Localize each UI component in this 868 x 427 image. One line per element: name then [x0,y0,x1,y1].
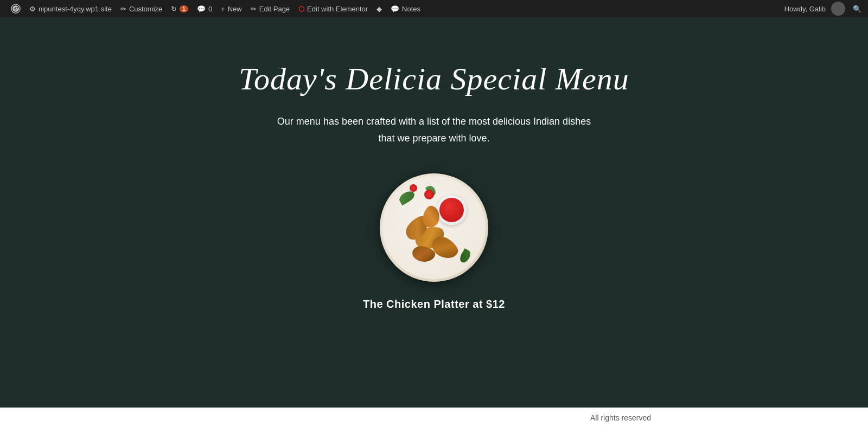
new-label: New [228,5,242,13]
customize-label: Customize [129,5,162,13]
customize-icon: ✏ [120,5,126,13]
plate-inner [382,176,486,279]
edit-page-button[interactable]: ✏ Edit Page [246,0,294,17]
comments-icon: 💬 [197,5,206,13]
notes-button[interactable]: 💬 Notes [386,0,425,17]
wp-logo-button[interactable] [7,0,25,17]
edit-page-icon: ✏ [251,5,257,13]
main-content: Today's Delicia Special Menu Our menu ha… [0,17,868,407]
updates-badge: 1 [180,5,188,12]
edit-page-label: Edit Page [259,5,290,13]
admin-bar-right: Howdy, Galib 🔍 [784,2,861,16]
sauce-inner [439,198,464,222]
page-subtitle: Our menu has been crafted with a list of… [277,113,591,146]
comments-count: 0 [208,5,212,13]
updates-button[interactable]: ↻ 1 [167,0,193,17]
admin-bar: ⚙ nipuntest-4yqy.wp1.site ✏ Customize ↻ … [0,0,868,17]
updates-icon: ↻ [171,5,177,13]
elementor-label: Edit with Elementor [307,5,368,13]
sauce-bowl [437,195,467,225]
tomato-decoration [410,184,417,192]
search-icon[interactable]: 🔍 [853,5,861,13]
subtitle-line1: Our menu has been crafted with a list of… [277,116,591,127]
dish-label: The Chicken Platter at $12 [363,298,505,310]
elementor-icon: ⬡ [298,5,304,13]
site-url-label: nipuntest-4yqy.wp1.site [39,5,112,13]
new-button[interactable]: + New [216,0,246,17]
tomato-decoration [424,190,434,199]
diamond-button[interactable]: ◆ [372,0,386,17]
notes-icon: 💬 [391,5,399,13]
site-icon: ⚙ [29,5,36,13]
notes-label: Notes [402,5,420,13]
diamond-icon: ◆ [376,5,382,13]
subtitle-line2: that we prepare with love. [378,133,489,144]
new-icon: + [221,5,225,13]
page-title: Today's Delicia Special Menu [239,61,629,97]
comments-button[interactable]: 💬 0 [193,0,216,17]
footer-text: All rights reserved [590,413,651,422]
site-name-button[interactable]: ⚙ nipuntest-4yqy.wp1.site [25,0,116,17]
elementor-button[interactable]: ⬡ Edit with Elementor [294,0,372,17]
customize-button[interactable]: ✏ Customize [116,0,167,17]
leaf-decoration [458,248,472,264]
howdy-label: Howdy, Galib [784,5,826,13]
footer: All rights reserved [0,407,868,427]
dish-container: The Chicken Platter at $12 [363,173,505,310]
dish-plate [380,173,488,282]
user-avatar[interactable] [831,2,845,16]
admin-bar-left: ⚙ nipuntest-4yqy.wp1.site ✏ Customize ↻ … [7,0,425,17]
